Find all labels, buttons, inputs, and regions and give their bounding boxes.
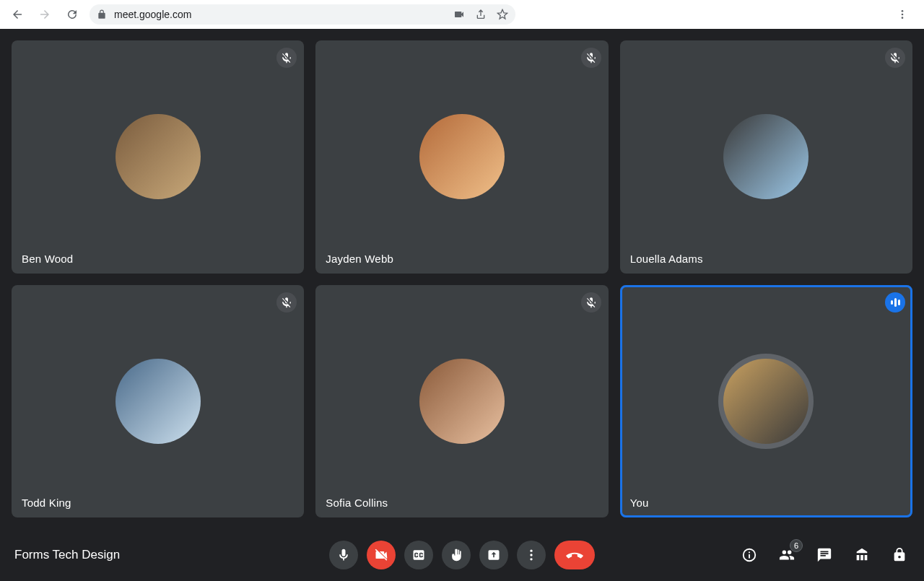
host-controls-button[interactable]	[889, 545, 910, 565]
participant-tile[interactable]: Sofia Collins	[315, 285, 608, 518]
avatar	[723, 114, 808, 199]
star-icon[interactable]	[497, 9, 508, 20]
captions-button[interactable]	[404, 541, 433, 569]
address-url: meet.google.com	[114, 9, 191, 20]
meeting-details-button[interactable]	[739, 545, 759, 565]
people-button[interactable]: 6	[777, 545, 797, 565]
raise-hand-button[interactable]	[442, 541, 471, 569]
meet-container: Ben Wood Jayden Webb Louella Adams Todd …	[0, 29, 924, 581]
participant-count-badge: 6	[790, 539, 803, 552]
participant-name: Todd King	[22, 497, 71, 509]
participant-tile[interactable]: Louella Adams	[620, 40, 912, 274]
participant-tile[interactable]: Todd King	[12, 285, 304, 518]
avatar-ring	[718, 354, 814, 449]
mic-toggle-button[interactable]	[329, 541, 358, 569]
bottom-bar: Forms Tech Design	[0, 529, 924, 581]
participant-name: Louella Adams	[630, 253, 703, 265]
avatar	[419, 114, 505, 199]
avatar	[116, 359, 201, 444]
participant-name: Sofia Collins	[326, 497, 388, 509]
svg-point-4	[530, 554, 532, 556]
mic-muted-icon	[885, 48, 905, 68]
mic-muted-icon	[276, 292, 297, 313]
browser-back-button[interactable]	[7, 4, 27, 25]
more-options-button[interactable]	[517, 541, 546, 569]
present-screen-button[interactable]	[479, 541, 508, 569]
mic-muted-icon	[581, 48, 601, 68]
browser-reload-button[interactable]	[62, 4, 82, 25]
camera-indicator-icon[interactable]	[453, 9, 465, 20]
speaking-indicator-icon	[885, 292, 905, 313]
participant-tile-self[interactable]: You	[620, 285, 912, 518]
participant-tile[interactable]: Jayden Webb	[315, 40, 608, 274]
share-icon[interactable]	[475, 9, 487, 20]
participant-tile[interactable]: Ben Wood	[12, 40, 304, 274]
chat-button[interactable]	[814, 545, 834, 565]
meeting-title: Forms Tech Design	[14, 548, 120, 562]
participant-grid: Ben Wood Jayden Webb Louella Adams Todd …	[0, 29, 924, 529]
avatar	[419, 359, 505, 444]
address-bar[interactable]: meet.google.com	[90, 4, 515, 25]
browser-forward-button[interactable]	[35, 4, 55, 25]
svg-point-2	[902, 17, 904, 19]
browser-menu-button[interactable]	[897, 9, 917, 20]
camera-toggle-button[interactable]	[367, 541, 396, 569]
mic-muted-icon	[276, 48, 297, 68]
participant-name: Jayden Webb	[326, 253, 393, 265]
avatar	[723, 359, 808, 444]
call-controls	[329, 541, 595, 569]
svg-point-3	[530, 550, 532, 552]
svg-point-5	[530, 558, 532, 560]
leave-call-button[interactable]	[554, 541, 595, 569]
participant-name: You	[630, 497, 649, 509]
svg-point-1	[902, 14, 904, 16]
avatar	[116, 114, 201, 199]
activities-button[interactable]	[852, 545, 872, 565]
svg-point-0	[902, 10, 904, 12]
mic-muted-icon	[581, 292, 601, 313]
participant-name: Ben Wood	[22, 253, 73, 265]
lock-icon	[97, 9, 107, 19]
right-controls: 6	[739, 545, 910, 565]
browser-bar: meet.google.com	[0, 0, 924, 29]
